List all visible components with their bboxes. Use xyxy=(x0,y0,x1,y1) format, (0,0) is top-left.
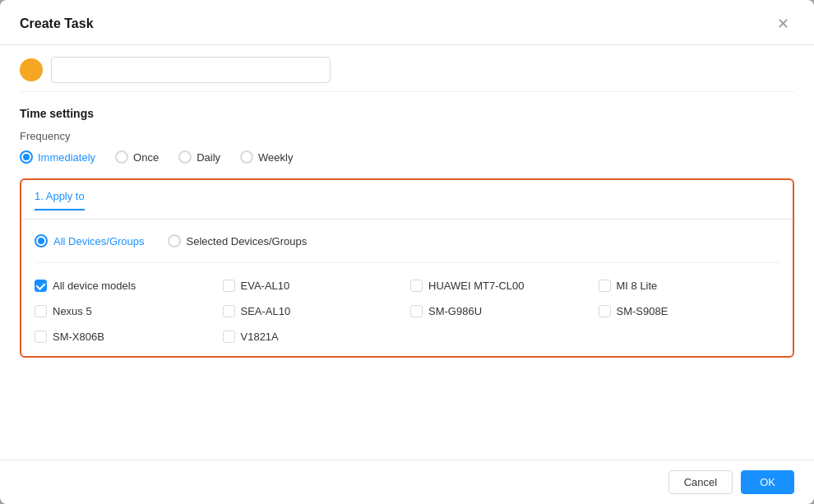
checkbox-sea-input[interactable] xyxy=(223,305,235,317)
radio-immediately-input[interactable] xyxy=(20,150,33,164)
checkbox-eva-input[interactable] xyxy=(223,280,235,292)
checkbox-mi8-label: MI 8 Lite xyxy=(617,280,658,292)
checkbox-v1821a-input[interactable] xyxy=(223,331,235,343)
checkbox-smg-label: SM-G986U xyxy=(428,305,482,317)
radio-selected-devices-input[interactable] xyxy=(168,234,181,247)
checkbox-smx[interactable]: SM-X806B xyxy=(35,331,216,343)
apply-to-box: 1. Apply to All Devices/Groups Selected … xyxy=(20,178,794,358)
checkbox-smg-input[interactable] xyxy=(410,305,423,317)
apply-to-tab[interactable]: 1. Apply to xyxy=(35,190,85,210)
checkbox-eva-label: EVA-AL10 xyxy=(241,280,290,292)
radio-daily-input[interactable] xyxy=(178,150,192,164)
scope-radio-group: All Devices/Groups Selected Devices/Grou… xyxy=(35,234,779,263)
checkbox-nexus5-label: Nexus 5 xyxy=(53,305,92,317)
apply-to-header: 1. Apply to xyxy=(21,180,793,220)
radio-once-label: Once xyxy=(133,151,159,164)
checkbox-all-models-input[interactable] xyxy=(35,280,47,292)
checkbox-huawei-input[interactable] xyxy=(410,280,423,292)
modal-body: Time settings Frequency Immediately Once… xyxy=(0,45,814,460)
checkbox-huawei[interactable]: HUAWEI MT7-CL00 xyxy=(410,280,592,292)
checkbox-v1821a[interactable]: V1821A xyxy=(223,331,405,343)
frequency-radio-group: Immediately Once Daily Weekly xyxy=(20,150,794,164)
radio-daily[interactable]: Daily xyxy=(178,150,220,164)
partial-input[interactable] xyxy=(51,57,331,83)
radio-weekly-input[interactable] xyxy=(240,150,253,164)
modal-title: Create Task xyxy=(20,16,94,31)
checkbox-sea-label: SEA-AL10 xyxy=(241,305,291,317)
radio-all-devices-input[interactable] xyxy=(35,234,48,247)
radio-weekly[interactable]: Weekly xyxy=(240,150,293,164)
radio-all-devices-label: All Devices/Groups xyxy=(53,235,145,247)
ok-button[interactable]: OK xyxy=(741,470,794,494)
checkbox-smx-input[interactable] xyxy=(35,331,47,343)
radio-weekly-label: Weekly xyxy=(258,151,293,164)
checkbox-smg[interactable]: SM-G986U xyxy=(410,305,592,317)
radio-immediately-label: Immediately xyxy=(38,151,95,164)
cancel-button[interactable]: Cancel xyxy=(668,470,733,494)
checkbox-sms[interactable]: SM-S908E xyxy=(599,305,780,317)
radio-selected-devices[interactable]: Selected Devices/Groups xyxy=(168,234,308,247)
modal-footer: Cancel OK xyxy=(0,460,814,504)
checkbox-sms-label: SM-S908E xyxy=(617,305,668,317)
radio-immediately[interactable]: Immediately xyxy=(20,150,95,164)
top-partial-row xyxy=(20,45,794,92)
checkbox-sea[interactable]: SEA-AL10 xyxy=(223,305,405,317)
checkbox-eva[interactable]: EVA-AL10 xyxy=(223,280,405,292)
modal-overlay: Create Task ✕ Time settings Frequency Im… xyxy=(0,0,814,504)
time-settings-title: Time settings xyxy=(20,107,794,120)
checkbox-huawei-label: HUAWEI MT7-CL00 xyxy=(428,280,525,292)
radio-selected-devices-label: Selected Devices/Groups xyxy=(187,235,308,247)
apply-to-content: All Devices/Groups Selected Devices/Grou… xyxy=(21,220,793,356)
radio-once-input[interactable] xyxy=(115,150,128,164)
checkbox-all-models-label: All device models xyxy=(53,280,136,292)
frequency-label: Frequency xyxy=(20,130,794,142)
checkbox-nexus5-input[interactable] xyxy=(35,305,47,317)
device-models-grid: All device models EVA-AL10 HUAWEI MT7-CL… xyxy=(35,280,779,343)
checkbox-nexus5[interactable]: Nexus 5 xyxy=(35,305,216,317)
close-button[interactable]: ✕ xyxy=(772,15,794,33)
radio-all-devices[interactable]: All Devices/Groups xyxy=(35,234,145,247)
checkbox-mi8-input[interactable] xyxy=(599,280,611,292)
radio-daily-label: Daily xyxy=(197,151,220,164)
checkbox-all-models[interactable]: All device models xyxy=(35,280,216,292)
radio-once[interactable]: Once xyxy=(115,150,159,164)
checkbox-smx-label: SM-X806B xyxy=(53,331,104,343)
checkbox-v1821a-label: V1821A xyxy=(241,331,279,343)
create-task-modal: Create Task ✕ Time settings Frequency Im… xyxy=(0,0,814,504)
checkbox-mi8[interactable]: MI 8 Lite xyxy=(599,280,780,292)
yellow-icon xyxy=(20,58,43,81)
modal-header: Create Task ✕ xyxy=(0,0,814,45)
checkbox-sms-input[interactable] xyxy=(599,305,611,317)
